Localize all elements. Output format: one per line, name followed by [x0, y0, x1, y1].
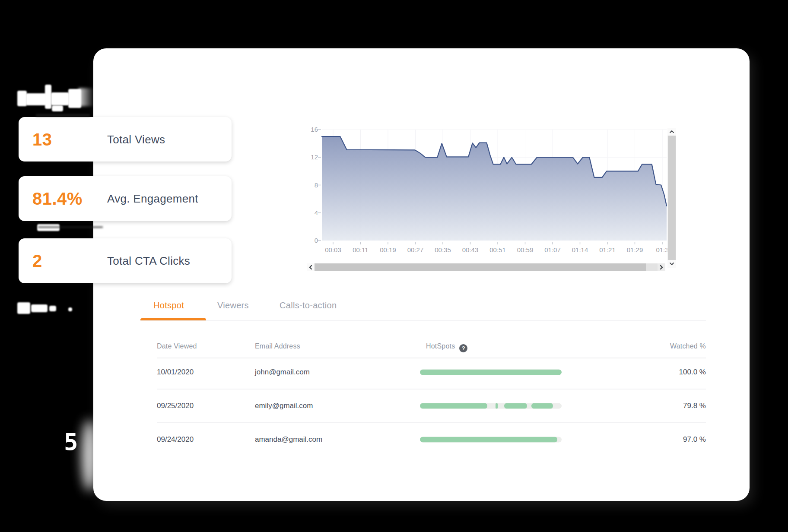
vertical-scroll-thumb[interactable]	[668, 136, 676, 260]
chevron-down-icon	[669, 262, 675, 266]
stat-card-avg-engagement: 81.4% Avg. Engagement	[19, 176, 232, 221]
table-row[interactable]: 09/25/2020emily@gmail.com79.8 %	[157, 389, 706, 423]
hotspot-progress-bar	[420, 437, 562, 443]
x-tick-label: 00:35	[431, 246, 455, 253]
cell-date-viewed: 10/01/2020	[157, 368, 194, 377]
stat-card-total-views: 13 Total Views	[19, 117, 232, 162]
y-tick-label: 4	[301, 209, 318, 216]
engagement-area-chart	[322, 130, 667, 241]
watched-segment	[504, 403, 527, 409]
horizontal-scroll-thumb[interactable]	[315, 263, 646, 271]
total-cta-clicks-label: Total CTA Clicks	[107, 254, 190, 268]
cell-watched-percent: 100.0 %	[679, 368, 706, 377]
table-row[interactable]: 09/24/2020amanda@gmail.com97.0 %	[157, 423, 706, 456]
cell-watched-percent: 97.0 %	[683, 435, 706, 444]
watched-segment	[420, 437, 557, 443]
cell-email-address: amanda@gmail.com	[255, 435, 322, 444]
y-tick-label: 16	[301, 126, 318, 133]
column-header-email-address: Email Address	[255, 342, 300, 350]
scroll-right-button[interactable]	[658, 263, 665, 271]
x-tick-label: 00:27	[404, 246, 428, 253]
hotspot-progress-bar	[420, 370, 562, 375]
x-tick-label: 01:14	[568, 246, 592, 253]
avg-engagement-label: Avg. Engagement	[107, 192, 198, 206]
tab-divider	[140, 320, 706, 321]
scroll-up-button[interactable]	[667, 128, 676, 136]
watched-segment	[420, 370, 562, 375]
cell-email-address: john@gmail.com	[255, 368, 310, 377]
column-header-hotspots: HotSpots?	[426, 342, 467, 352]
watched-segment	[531, 403, 553, 409]
table-row[interactable]: 10/01/2020john@gmail.com100.0 %	[157, 355, 706, 389]
total-views-value: 13	[32, 130, 52, 149]
x-tick-label: 01:07	[540, 246, 565, 253]
stat-card-total-cta-clicks: 2 Total CTA Clicks	[19, 238, 232, 283]
watched-segment	[420, 403, 487, 409]
cell-email-address: emily@gmail.com	[255, 402, 313, 410]
hotspot-progress-bar	[420, 403, 562, 409]
x-tick-label: 00:59	[513, 246, 537, 253]
blur-smudge	[36, 114, 90, 117]
tab-viewers[interactable]: Viewers	[217, 301, 249, 310]
chevron-right-icon	[659, 264, 664, 270]
y-tick-label: 8	[301, 181, 318, 189]
tab-calls-to-action[interactable]: Calls-to-action	[280, 301, 337, 310]
x-tick-label: 01:29	[623, 246, 647, 253]
y-tick-label: 0	[301, 237, 318, 244]
chart-vertical-scrollbar[interactable]	[667, 128, 676, 268]
x-tick-label: 00:03	[321, 246, 345, 253]
tab-hotspot[interactable]: Hotspot	[153, 301, 184, 310]
avg-engagement-value: 81.4%	[32, 189, 83, 209]
x-tick-label: 00:43	[458, 246, 483, 253]
screen: 5 0481216 00:0300:1100:1900:2700:3500:43…	[0, 0, 788, 532]
column-header-date-viewed: Date Viewed	[157, 342, 197, 350]
help-question-mark-icon[interactable]: ?	[459, 344, 467, 352]
x-tick-label: 00:19	[376, 246, 400, 253]
chevron-left-icon	[308, 264, 313, 270]
chevron-up-icon	[669, 130, 675, 134]
row-divider	[157, 422, 706, 423]
stray-glyph-artifact: 5	[64, 428, 78, 456]
cell-date-viewed: 09/24/2020	[157, 435, 194, 444]
chart-horizontal-scrollbar[interactable]	[307, 263, 665, 271]
cell-date-viewed: 09/25/2020	[157, 402, 194, 410]
watched-segment	[496, 403, 497, 409]
y-tick-label: 12	[301, 153, 318, 161]
x-tick-label: 00:11	[349, 246, 373, 253]
total-cta-clicks-value: 2	[32, 251, 42, 271]
cell-watched-percent: 79.8 %	[683, 402, 706, 410]
blur-glow-artifact	[82, 420, 97, 491]
total-views-label: Total Views	[107, 133, 165, 146]
scroll-down-button[interactable]	[667, 260, 676, 268]
scroll-left-button[interactable]	[307, 263, 315, 271]
x-tick-label: 01:21	[595, 246, 620, 253]
row-divider	[157, 389, 706, 390]
x-tick-label: 00:51	[486, 246, 510, 253]
column-header-watched: Watched %	[670, 342, 706, 350]
